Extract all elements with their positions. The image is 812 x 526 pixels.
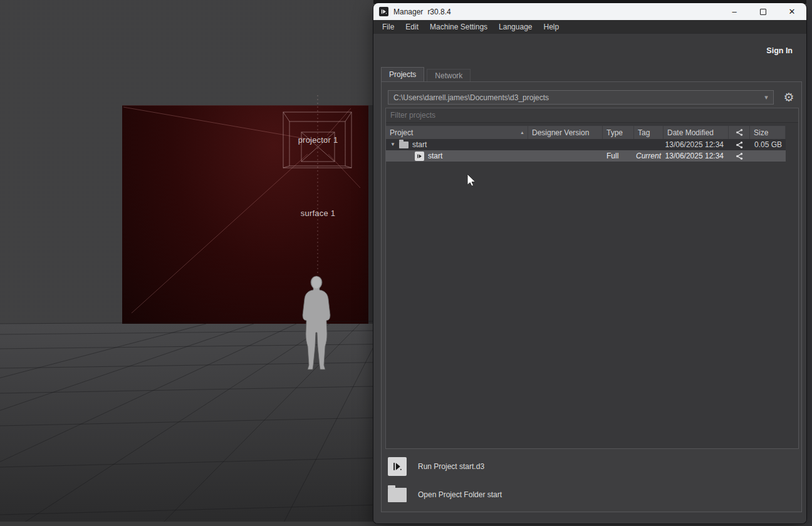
projector-label: projector 1 bbox=[282, 135, 354, 145]
column-header-project[interactable]: Project ▲ bbox=[386, 126, 528, 139]
cell-date-modified: 13/06/2025 12:34 bbox=[664, 150, 729, 162]
tab-bar: Projects Network bbox=[381, 67, 471, 81]
projects-panel: C:\Users\darrell.james\Documents\d3_proj… bbox=[381, 81, 802, 512]
tab-projects[interactable]: Projects bbox=[381, 67, 424, 81]
window-body: Sign In Projects Network C:\Users\darrel… bbox=[373, 34, 806, 523]
menu-edit[interactable]: Edit bbox=[400, 20, 424, 34]
surface-label: surface 1 bbox=[285, 209, 351, 218]
cell-size bbox=[750, 150, 786, 162]
filter-projects-input[interactable] bbox=[386, 108, 798, 123]
share-icon bbox=[736, 152, 743, 160]
d3-logo-icon bbox=[388, 457, 407, 476]
cell-type bbox=[603, 139, 634, 150]
open-project-folder-button[interactable]: Open Project Folder start bbox=[388, 487, 502, 502]
cell-share[interactable] bbox=[729, 150, 750, 162]
minimize-icon: – bbox=[732, 7, 736, 16]
run-project-button[interactable]: Run Project start.d3 bbox=[388, 457, 484, 476]
column-header-type[interactable]: Type bbox=[603, 126, 634, 139]
close-button[interactable]: ✕ bbox=[778, 3, 806, 20]
menu-machine-settings[interactable]: Machine Settings bbox=[424, 20, 493, 34]
cell-size: 0.05 GB bbox=[750, 139, 786, 150]
run-project-label: Run Project start.d3 bbox=[418, 462, 484, 471]
cell-tag bbox=[634, 139, 664, 150]
project-list: Project ▲ Designer Version Type Tag Date… bbox=[385, 108, 799, 449]
mouse-cursor bbox=[467, 173, 477, 188]
cell-type: Full bbox=[603, 150, 634, 162]
menu-language[interactable]: Language bbox=[493, 20, 538, 34]
manager-window: Managerr30.8.4 – ✕ File Edit Machine Set… bbox=[373, 3, 806, 523]
column-header-share[interactable] bbox=[729, 126, 750, 139]
chevron-down-icon: ▾ bbox=[759, 93, 773, 101]
project-path-dropdown[interactable]: C:\Users\darrell.james\Documents\d3_proj… bbox=[388, 90, 774, 105]
maximize-button[interactable] bbox=[749, 3, 778, 20]
cell-date-modified: 13/06/2025 12:34 bbox=[664, 139, 729, 150]
table-row-project-start[interactable]: start Full Current 13/06/2025 12:34 bbox=[386, 150, 798, 162]
column-header-tag[interactable]: Tag bbox=[634, 126, 664, 139]
share-icon bbox=[736, 128, 743, 137]
folder-icon bbox=[399, 142, 409, 148]
open-folder-icon bbox=[388, 488, 407, 502]
cell-tag: Current bbox=[634, 150, 664, 162]
header-gutter bbox=[786, 126, 798, 139]
close-icon: ✕ bbox=[789, 7, 796, 16]
column-header-date-modified[interactable]: Date Modified bbox=[664, 126, 729, 139]
settings-button[interactable]: ⚙ bbox=[781, 89, 797, 105]
desktop: projector 1 surface 1 Managerr30.8.4 – ✕… bbox=[0, 0, 812, 526]
menu-file[interactable]: File bbox=[377, 20, 400, 34]
project-file-icon bbox=[415, 152, 424, 161]
wall-edge bbox=[368, 105, 373, 324]
cell-designer-version bbox=[528, 139, 603, 150]
maximize-icon bbox=[760, 9, 766, 15]
menubar: File Edit Machine Settings Language Help bbox=[373, 20, 806, 34]
project-folder-name: start bbox=[412, 140, 427, 149]
column-header-designer-version[interactable]: Designer Version bbox=[528, 126, 603, 139]
menu-help[interactable]: Help bbox=[538, 20, 565, 34]
cell-designer-version bbox=[528, 150, 603, 162]
table-header: Project ▲ Designer Version Type Tag Date… bbox=[386, 126, 798, 139]
project-name: start bbox=[428, 152, 442, 160]
open-project-folder-label: Open Project Folder start bbox=[418, 490, 502, 499]
minimize-button[interactable]: – bbox=[720, 3, 749, 20]
sort-ascending-icon: ▲ bbox=[520, 130, 524, 135]
share-icon bbox=[736, 141, 743, 149]
column-header-size[interactable]: Size bbox=[750, 126, 786, 139]
collapse-arrow-icon[interactable]: ▼ bbox=[390, 142, 395, 147]
titlebar[interactable]: Managerr30.8.4 – ✕ bbox=[373, 3, 806, 20]
table-row-folder-start[interactable]: ▼ start 13/06/2025 12:34 0.05 GB bbox=[386, 139, 798, 150]
tab-network[interactable]: Network bbox=[427, 69, 471, 81]
project-path-value: C:\Users\darrell.james\Documents\d3_proj… bbox=[388, 93, 759, 102]
cell-share[interactable] bbox=[729, 139, 750, 150]
gear-icon: ⚙ bbox=[783, 90, 794, 105]
sign-in-link[interactable]: Sign In bbox=[766, 46, 793, 55]
window-title: Managerr30.8.4 bbox=[393, 8, 451, 16]
background-right-edge bbox=[806, 0, 812, 526]
app-logo-icon bbox=[379, 7, 388, 16]
